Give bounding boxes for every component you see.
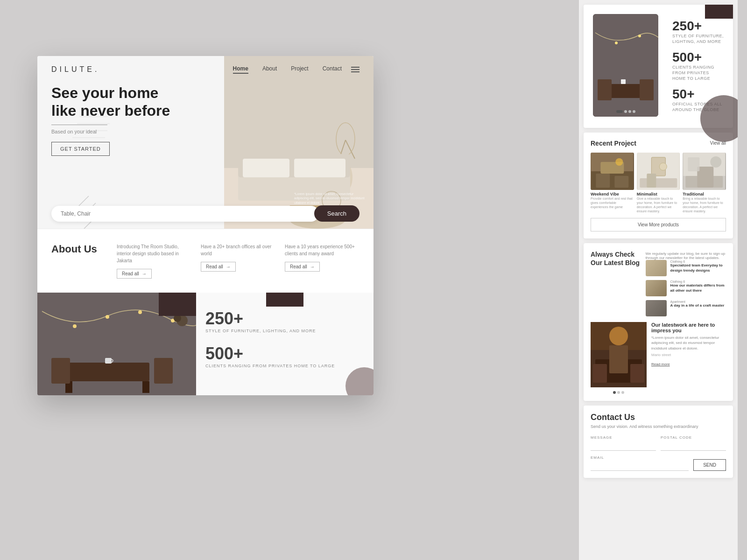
- recent-projects-section: Recent Project View all Weekend Vibe Pro…: [584, 133, 733, 238]
- about-item-text-3: Have a 10 years experience 500+ clients …: [285, 243, 359, 257]
- svg-rect-32: [65, 363, 149, 381]
- blog-dot-3[interactable]: [621, 391, 624, 394]
- hamburger-menu[interactable]: [351, 67, 359, 72]
- svg-rect-37: [105, 358, 112, 364]
- svg-rect-70: [630, 364, 644, 383]
- svg-rect-36: [154, 358, 173, 384]
- contact-form: MESSAGE POSTAL CODE EMAIL SEND: [591, 435, 726, 471]
- stat-number-1: 250+: [205, 309, 364, 329]
- view-more-button[interactable]: View More products: [591, 218, 726, 231]
- svg-rect-44: [598, 79, 612, 100]
- nav-contact[interactable]: Contact: [323, 65, 342, 74]
- contact-subtitle: Send us your vision. And witness somethi…: [591, 424, 726, 429]
- project-card-2: Minimalist Give a relaxable touch to you…: [637, 153, 680, 213]
- blog-dot-1[interactable]: [613, 391, 616, 394]
- read-all-btn-3[interactable]: Read all →: [285, 262, 320, 272]
- project-desc-3: Bring a relaxable touch to your home, fr…: [683, 196, 726, 213]
- form-row-1: MESSAGE POSTAL CODE: [591, 435, 726, 451]
- blog-section-desc: We regularly update our blog, be sure to…: [646, 252, 726, 260]
- svg-rect-69: [593, 364, 607, 383]
- svg-point-63: [711, 156, 722, 168]
- message-label: MESSAGE: [591, 435, 656, 440]
- project-name-3: Traditional: [683, 192, 726, 196]
- about-title-col: About Us: [51, 243, 107, 279]
- stats-card: 250+ STYLE OF FURNITURE, LIGHTING, AND M…: [584, 5, 733, 128]
- about-section: About Us Introducing The Room Studio, in…: [37, 229, 374, 293]
- about-items: Introducing The Room Studio, interior de…: [117, 243, 359, 279]
- svg-rect-45: [640, 79, 654, 100]
- project-image-3: [683, 153, 726, 190]
- brand-logo: DILUTE.: [51, 65, 99, 74]
- svg-point-29: [106, 315, 109, 319]
- hero-title: See your home like never before: [51, 84, 182, 120]
- svg-rect-18: [243, 159, 289, 177]
- svg-rect-62: [688, 157, 700, 171]
- blog-item-cat-1: Clothing 6: [670, 260, 726, 263]
- bottom-section: 250+ STYLE OF FURNITURE, LIGHTING, AND M…: [37, 293, 374, 395]
- nav-about[interactable]: About: [262, 65, 277, 74]
- blog-main-text: *Lorem ipsum dolor sit amet, consectetur…: [651, 335, 726, 351]
- blog-section-header: Always Check Our Latest Blog We regularl…: [591, 250, 726, 316]
- about-item-1: Introducing The Room Studio, interior de…: [117, 243, 191, 279]
- blog-main-image: [591, 322, 647, 387]
- blog-item-text-3: Apartment A day in a life of a craft mas…: [670, 300, 726, 308]
- blog-section-title: Always Check Our Latest Blog: [591, 250, 640, 267]
- brown-accent: [705, 5, 733, 19]
- email-input[interactable]: [591, 461, 689, 471]
- project-image-1: [591, 153, 634, 190]
- about-item-text-2: Have a 20+ branch offices all over world: [201, 243, 275, 257]
- postal-label: POSTAL CODE: [661, 435, 726, 440]
- dot-2[interactable]: [624, 110, 627, 113]
- right-stat-number-2: 500+: [672, 50, 724, 65]
- blog-item-title-1: Specialized team Everyday to design tren…: [670, 263, 726, 273]
- navigation: DILUTE. Home About Project Contact: [37, 56, 374, 83]
- get-started-button[interactable]: GET STARTED: [51, 142, 110, 156]
- blog-item-image-3: [646, 300, 667, 316]
- nav-home[interactable]: Home: [233, 65, 248, 74]
- search-input[interactable]: [61, 210, 310, 217]
- svg-rect-35: [51, 358, 70, 384]
- svg-point-30: [138, 310, 142, 314]
- postal-input[interactable]: [661, 441, 726, 451]
- search-button[interactable]: Search: [314, 205, 359, 222]
- blog-item-cat-3: Apartment: [670, 300, 726, 303]
- nav-project[interactable]: Project: [291, 65, 308, 74]
- message-input[interactable]: [591, 441, 656, 451]
- send-button[interactable]: SEND: [693, 459, 726, 471]
- website-mockup: DILUTE. Home About Project Contact: [37, 56, 374, 395]
- hero-subtitle: Based on your ideal: [51, 129, 182, 134]
- svg-rect-56: [647, 174, 656, 188]
- right-stat-number-1: 250+: [672, 19, 724, 34]
- read-more-link[interactable]: Read more: [651, 362, 670, 366]
- projects-grid: Weekend Vibe Provdie comfort and rest th…: [591, 153, 726, 213]
- dot-4[interactable]: [633, 110, 635, 113]
- email-label: EMAIL: [591, 455, 689, 460]
- svg-rect-68: [609, 345, 628, 373]
- svg-rect-46: [621, 79, 626, 84]
- read-all-btn-2[interactable]: Read all →: [201, 262, 236, 272]
- stat-item-2: 500+ CLIENTS RANGING FROM PRIVATES HOME …: [205, 344, 364, 375]
- svg-point-41: [615, 42, 618, 44]
- read-all-btn-1[interactable]: Read all →: [117, 269, 152, 279]
- blog-side-items: Clothing 6 Specialized team Everyday to …: [646, 260, 726, 316]
- dot-3[interactable]: [628, 110, 631, 113]
- blog-dot-2[interactable]: [617, 391, 620, 394]
- search-bar: Search: [51, 205, 359, 222]
- blog-item-title-2: How our materials differs from all other…: [670, 283, 726, 293]
- dot-1[interactable]: [616, 110, 623, 113]
- hero-divider: [51, 125, 107, 125]
- email-group: EMAIL: [591, 455, 689, 471]
- blog-item-cat-2: Clothing 6: [670, 280, 726, 283]
- right-stat-label-1: STYLE OF FURNITURE, LIGHTING, AND MORE: [672, 34, 724, 44]
- blog-item-image-2: [646, 280, 667, 296]
- contact-section: Contact Us Send us your vision. And witn…: [584, 406, 733, 478]
- project-name-1: Weekend Vibe: [591, 192, 634, 196]
- svg-point-42: [638, 35, 641, 37]
- contact-title: Contact Us: [591, 413, 726, 422]
- stat-item-1: 250+ STYLE OF FURNITURE, LIGHTING, AND M…: [205, 309, 364, 340]
- about-title: About Us: [51, 243, 107, 255]
- project-image-2: [637, 153, 680, 190]
- blog-main-content: Our latestwork are here to impress you *…: [651, 322, 726, 394]
- stats-card-image: [593, 14, 658, 117]
- brown-block: [159, 293, 196, 316]
